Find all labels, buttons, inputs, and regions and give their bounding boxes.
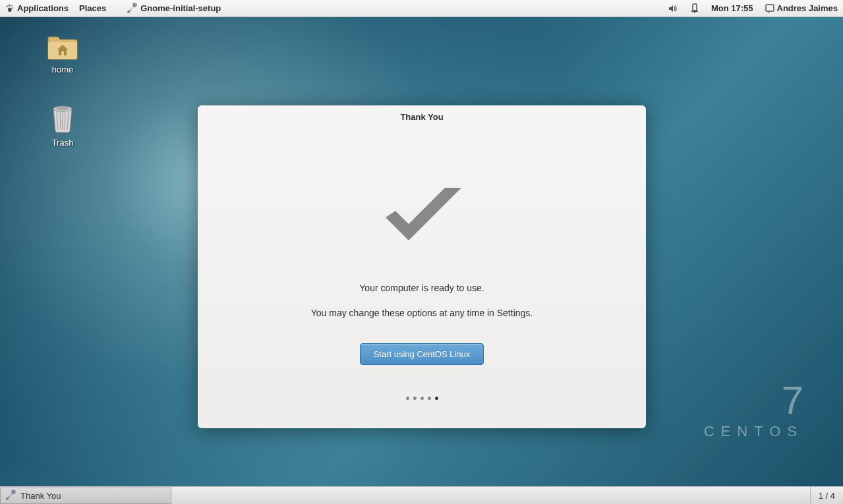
applications-menu[interactable]: Applications	[5, 3, 69, 13]
page-dot	[421, 397, 424, 400]
checkmark-icon	[372, 175, 471, 254]
svg-point-2	[11, 5, 13, 7]
svg-rect-8	[766, 5, 774, 11]
panel-left-section: Applications Places Gnome-initial-setup	[5, 3, 221, 14]
dialog-title: Thank You	[400, 105, 443, 128]
user-available-icon	[765, 4, 774, 13]
gnome-foot-icon	[5, 4, 15, 13]
applications-label: Applications	[17, 3, 69, 13]
panel-right-section: Mon 17:55 Andres Jaimes	[668, 3, 838, 14]
taskbar-item-thank-you[interactable]: Thank You	[0, 488, 171, 504]
top-panel: Applications Places Gnome-initial-setup …	[0, 0, 843, 17]
volume-icon[interactable]	[668, 3, 678, 14]
clock[interactable]: Mon 17:55	[711, 3, 753, 13]
checkmark-container	[372, 175, 471, 256]
page-dot	[428, 397, 431, 400]
user-name-label: Andres Jaimes	[777, 3, 838, 13]
svg-point-16	[56, 107, 69, 111]
svg-rect-6	[691, 11, 698, 12]
page-dot-active	[435, 397, 438, 400]
trash-label: Trash	[52, 138, 74, 148]
initial-setup-dialog: Thank You Your computer is ready to use.…	[198, 105, 646, 428]
home-label: home	[52, 65, 74, 74]
centos-version: 7	[704, 381, 803, 420]
centos-name: CENTOS	[704, 423, 803, 440]
page-dot	[413, 397, 417, 400]
start-using-button[interactable]: Start using CentOS Linux	[360, 343, 484, 365]
user-menu[interactable]: Andres Jaimes	[765, 3, 838, 13]
centos-branding: 7 CENTOS	[704, 381, 803, 440]
svg-rect-7	[694, 12, 695, 13]
svg-rect-5	[693, 4, 697, 11]
page-dot	[406, 397, 409, 400]
page-indicator	[406, 397, 438, 400]
current-app-indicator[interactable]: Gnome-initial-setup	[126, 3, 221, 14]
workspace-label: 1 / 4	[819, 491, 835, 501]
wrench-icon	[5, 490, 16, 501]
home-folder-icon[interactable]: home	[40, 33, 86, 74]
svg-point-0	[6, 5, 8, 7]
clock-label: Mon 17:55	[711, 3, 753, 13]
trash-icon-desktop[interactable]: Trash	[40, 105, 86, 148]
places-menu[interactable]: Places	[79, 3, 106, 13]
folder-home-icon	[47, 33, 78, 61]
trash-bin-icon	[49, 105, 76, 134]
taskbar-item-label: Thank You	[20, 491, 61, 501]
svg-point-3	[12, 7, 13, 8]
desktop[interactable]: home Trash 7 CENTOS Thank You	[0, 17, 843, 486]
workspace-indicator[interactable]: 1 / 4	[810, 487, 843, 504]
network-icon[interactable]	[690, 3, 699, 14]
current-app-label: Gnome-initial-setup	[140, 3, 221, 13]
wrench-icon	[126, 3, 138, 14]
bottom-panel: Thank You 1 / 4	[0, 486, 843, 504]
svg-point-1	[9, 4, 11, 6]
places-label: Places	[79, 3, 106, 13]
dialog-sub-text: You may change these options at any time…	[311, 308, 533, 318]
dialog-main-text: Your computer is ready to use.	[359, 283, 484, 293]
desktop-icons-container: home Trash	[40, 33, 86, 148]
